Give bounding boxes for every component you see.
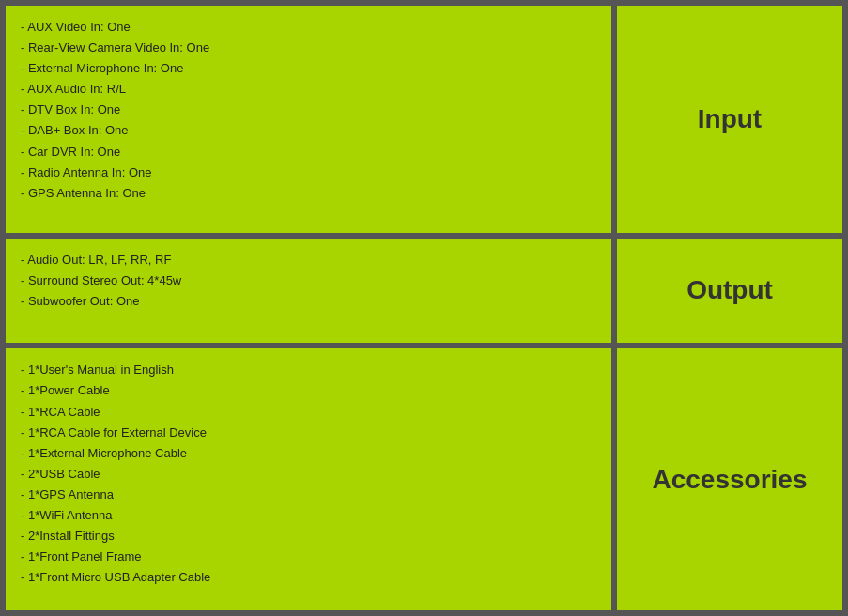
output-label-cell: Output [617, 239, 842, 344]
input-text: - AUX Video In: One - Rear-View Camera V… [21, 17, 209, 204]
accessories-label-cell: Accessories [617, 348, 842, 610]
output-label: Output [686, 275, 773, 305]
output-content-cell: - Audio Out: LR, LF, RR, RF - Surround S… [6, 239, 611, 344]
output-text: - Audio Out: LR, LF, RR, RF - Surround S… [21, 250, 181, 312]
input-row: - AUX Video In: One - Rear-View Camera V… [6, 6, 842, 233]
main-grid: - AUX Video In: One - Rear-View Camera V… [0, 0, 848, 616]
input-label-cell: Input [617, 6, 842, 233]
accessories-text: - 1*User's Manual in English - 1*Power C… [21, 360, 210, 588]
accessories-row: - 1*User's Manual in English - 1*Power C… [6, 348, 842, 610]
input-content-cell: - AUX Video In: One - Rear-View Camera V… [6, 6, 611, 233]
accessories-content-cell: - 1*User's Manual in English - 1*Power C… [6, 348, 611, 610]
output-row: - Audio Out: LR, LF, RR, RF - Surround S… [6, 239, 842, 344]
input-label: Input [698, 104, 762, 134]
accessories-label: Accessories [652, 465, 807, 495]
